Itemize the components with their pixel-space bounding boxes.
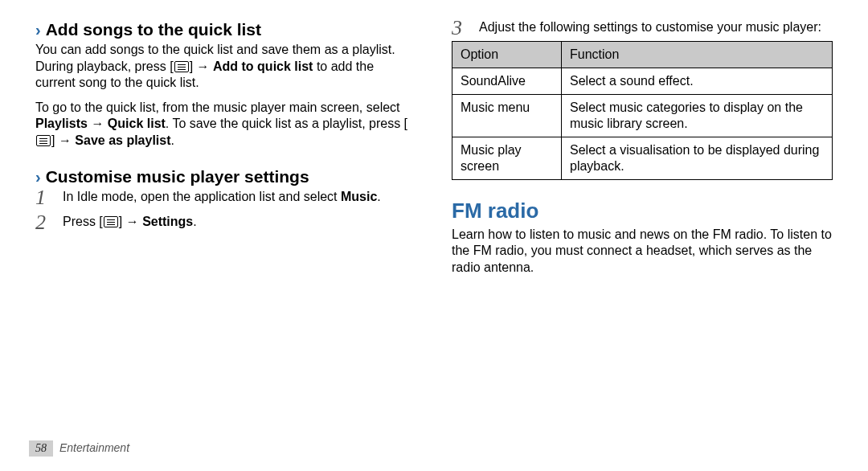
- menu-icon: [104, 216, 118, 227]
- menu-icon: [36, 135, 51, 146]
- bold-text: Quick list: [108, 117, 166, 130]
- right-column: 3 Adjust the following settings to custo…: [452, 19, 833, 434]
- text: ] →: [190, 59, 213, 73]
- text: ] →: [51, 133, 75, 147]
- text: In Idle mode, open the application list …: [63, 190, 341, 203]
- left-column: ›Add songs to the quick list You can add…: [35, 19, 416, 434]
- text: ] →: [119, 215, 142, 228]
- th-option: Option: [452, 41, 562, 68]
- page-content: ›Add songs to the quick list You can add…: [0, 0, 868, 434]
- text: Press [: [63, 215, 103, 228]
- chevron-icon: ›: [35, 168, 41, 186]
- heading-customise: ›Customise music player settings: [35, 166, 416, 187]
- text: To go to the quick list, from the music …: [35, 100, 400, 114]
- bold-text: Music: [341, 190, 377, 203]
- steps-list: In Idle mode, open the application list …: [35, 189, 416, 231]
- options-table: Option Function SoundAlive Select a soun…: [452, 41, 833, 180]
- add-songs-paragraph-2: To go to the quick list, from the music …: [35, 100, 416, 149]
- table-row: Music menu Select music categories to di…: [452, 94, 833, 137]
- table-header-row: Option Function: [452, 41, 833, 68]
- cell-function: Select a visualisation to be displayed d…: [562, 137, 833, 179]
- bold-text: Playlists: [35, 117, 88, 130]
- bold-text: Save as playlist: [75, 133, 170, 147]
- bold-text: Settings: [142, 215, 193, 228]
- page-number: 58: [29, 440, 53, 457]
- step-3-text: Adjust the following settings to customi…: [479, 20, 821, 34]
- text: .: [377, 190, 380, 203]
- text: .: [171, 133, 174, 147]
- chevron-icon: ›: [35, 21, 41, 39]
- text: . To save the quick list as a playlist, …: [166, 117, 407, 130]
- th-function: Function: [562, 41, 833, 68]
- step-2: Press [] → Settings.: [35, 214, 416, 231]
- cell-function: Select music categories to display on th…: [562, 94, 833, 137]
- cell-option: SoundAlive: [452, 68, 562, 94]
- heading-fm-radio: FM radio: [452, 199, 833, 223]
- fm-radio-paragraph: Learn how to listen to music and news on…: [452, 227, 833, 276]
- section-name: Entertainment: [59, 441, 129, 454]
- add-songs-paragraph-1: You can add songs to the quick list and …: [35, 42, 416, 91]
- heading-add-songs: ›Add songs to the quick list: [35, 19, 416, 40]
- cell-option: Music menu: [452, 94, 562, 137]
- text: .: [193, 215, 196, 228]
- cell-option: Music play screen: [452, 137, 562, 179]
- page-footer: 58 Entertainment: [29, 440, 129, 457]
- menu-icon: [174, 61, 189, 72]
- step-1: In Idle mode, open the application list …: [35, 189, 416, 206]
- step-number-3: 3: [452, 14, 462, 42]
- bold-text: Add to quick list: [213, 59, 313, 73]
- step-3: 3 Adjust the following settings to custo…: [452, 19, 833, 36]
- heading-customise-text: Customise music player settings: [46, 167, 309, 186]
- table-row: Music play screen Select a visualisation…: [452, 137, 833, 179]
- text: →: [88, 117, 108, 130]
- heading-add-songs-text: Add songs to the quick list: [46, 20, 261, 39]
- table-row: SoundAlive Select a sound effect.: [452, 68, 833, 94]
- cell-function: Select a sound effect.: [562, 68, 833, 94]
